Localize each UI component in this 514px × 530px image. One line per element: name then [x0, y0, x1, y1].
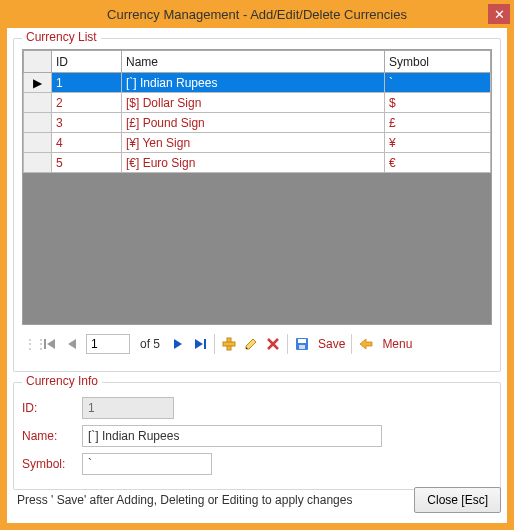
client-area: Currency List ID Name Symbol ▶1[`] India… [7, 28, 507, 523]
table-row[interactable]: 5[€] Euro Sign€ [24, 153, 491, 173]
cell-name[interactable]: [$] Dollar Sign [122, 93, 385, 113]
table-row[interactable]: ▶1[`] Indian Rupees` [24, 73, 491, 93]
cell-name[interactable]: [¥] Yen Sign [122, 133, 385, 153]
table-row[interactable]: 2[$] Dollar Sign$ [24, 93, 491, 113]
nav-position-input[interactable] [86, 334, 130, 354]
nav-last-button[interactable] [192, 336, 208, 352]
cell-id[interactable]: 3 [52, 113, 122, 133]
currency-info-group: Currency Info ID: Name: Symbol: [13, 382, 501, 490]
name-label: Name: [22, 429, 82, 443]
currency-list-legend: Currency List [22, 30, 101, 44]
cell-id[interactable]: 5 [52, 153, 122, 173]
svg-rect-13 [298, 339, 306, 343]
svg-marker-15 [360, 339, 372, 349]
close-button[interactable]: Close [Esc] [414, 487, 501, 513]
id-label: ID: [22, 401, 82, 415]
grid-header-id[interactable]: ID [52, 51, 122, 73]
cell-name[interactable]: [€] Euro Sign [122, 153, 385, 173]
cell-name[interactable]: [£] Pound Sign [122, 113, 385, 133]
symbol-label: Symbol: [22, 457, 82, 471]
currency-grid[interactable]: ID Name Symbol ▶1[`] Indian Rupees`2[$] … [22, 49, 492, 325]
svg-rect-5 [204, 339, 206, 349]
add-icon[interactable] [221, 336, 237, 352]
cell-symbol[interactable]: ¥ [385, 133, 491, 153]
delete-icon[interactable] [265, 336, 281, 352]
navigator-toolbar: ⋮⋮ of 5 [22, 331, 492, 357]
cell-id[interactable]: 2 [52, 93, 122, 113]
close-icon[interactable]: ✕ [488, 4, 510, 24]
table-row[interactable]: 3[£] Pound Sign£ [24, 113, 491, 133]
row-indicator[interactable] [24, 133, 52, 153]
svg-marker-1 [47, 339, 55, 349]
row-indicator[interactable] [24, 113, 52, 133]
svg-rect-14 [299, 345, 305, 349]
nav-prev-button[interactable] [64, 336, 80, 352]
footer-hint: Press ' Save' after Adding, Deleting or … [13, 493, 352, 507]
menu-back-icon[interactable] [358, 336, 374, 352]
svg-marker-3 [174, 339, 182, 349]
table-row[interactable]: 4[¥] Yen Sign¥ [24, 133, 491, 153]
symbol-field[interactable] [82, 453, 212, 475]
row-indicator[interactable] [24, 93, 52, 113]
nav-first-button[interactable] [42, 336, 58, 352]
id-field [82, 397, 174, 419]
svg-marker-8 [246, 339, 256, 349]
row-indicator[interactable] [24, 153, 52, 173]
titlebar: Currency Management - Add/Edit/Delete Cu… [0, 0, 514, 28]
cell-id[interactable]: 1 [52, 73, 122, 93]
cell-symbol[interactable]: £ [385, 113, 491, 133]
cell-name[interactable]: [`] Indian Rupees [122, 73, 385, 93]
nav-of-text: of 5 [140, 337, 160, 351]
save-icon[interactable] [294, 336, 310, 352]
svg-marker-2 [68, 339, 76, 349]
window-title: Currency Management - Add/Edit/Delete Cu… [107, 7, 407, 22]
grid-header-row-selector [24, 51, 52, 73]
cell-symbol[interactable]: $ [385, 93, 491, 113]
svg-rect-0 [44, 339, 46, 349]
nav-next-button[interactable] [170, 336, 186, 352]
footer: Press ' Save' after Adding, Deleting or … [13, 483, 501, 517]
name-field[interactable] [82, 425, 382, 447]
save-button[interactable]: Save [318, 337, 345, 351]
cell-symbol[interactable]: ` [385, 73, 491, 93]
currency-list-group: Currency List ID Name Symbol ▶1[`] India… [13, 38, 501, 372]
svg-rect-7 [223, 342, 235, 346]
toolbar-grip-icon: ⋮⋮ [24, 337, 36, 351]
row-indicator[interactable]: ▶ [24, 73, 52, 93]
menu-button[interactable]: Menu [382, 337, 412, 351]
grid-header-name[interactable]: Name [122, 51, 385, 73]
cell-id[interactable]: 4 [52, 133, 122, 153]
grid-header-symbol[interactable]: Symbol [385, 51, 491, 73]
cell-symbol[interactable]: € [385, 153, 491, 173]
currency-info-legend: Currency Info [22, 374, 102, 388]
svg-marker-4 [195, 339, 203, 349]
edit-icon[interactable] [243, 336, 259, 352]
